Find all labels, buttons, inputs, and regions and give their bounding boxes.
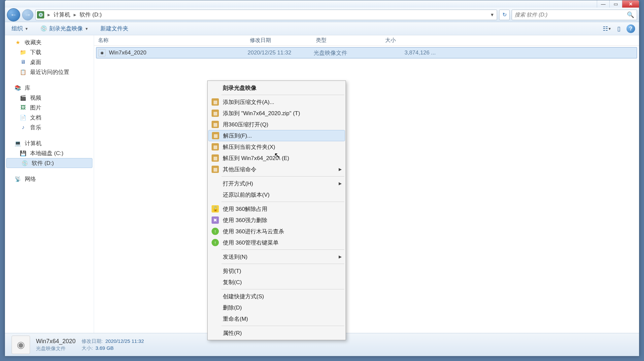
burn-button[interactable]: 💿刻录光盘映像▼ [38,23,91,34]
sidebar-item-recent[interactable]: 📋最近访问的位置 [5,67,94,77]
ctx-create-shortcut[interactable]: 创建快捷方式(S) [208,291,345,302]
minimize-button[interactable]: — [597,0,609,8]
ctx-extract-here[interactable]: ▦解压到当前文件夹(X) [208,141,345,152]
column-size[interactable]: 大小 [385,37,438,44]
folder-icon: 📁 [19,49,27,56]
archive-icon: ▦ [212,166,219,173]
drive-icon: 💿 [21,159,28,167]
computer-icon: 💻 [14,140,21,147]
library-icon: 📚 [14,84,21,91]
scan-icon: ↑ [212,228,219,235]
sidebar-item-documents[interactable]: 📄文档 [5,113,94,122]
ctx-extract-to-folder[interactable]: ▦解压到 Win7x64_2020\ (E) [208,152,345,164]
documents-icon: 📄 [19,114,27,121]
ctx-360-trojan-scan[interactable]: ↑使用 360进行木马云查杀 [208,226,345,237]
column-type[interactable]: 类型 [316,37,385,44]
chevron-right-icon: ▸ [74,12,76,18]
maximize-button[interactable]: ▭ [609,0,622,8]
menu-separator [221,264,344,264]
sidebar-favorites-header[interactable]: ★收藏夹 [5,37,94,47]
menu-separator [221,289,344,289]
menu-separator [221,202,344,202]
ctx-360-manage-menu[interactable]: ↑使用 360管理右键菜单 [208,237,345,248]
help-button[interactable]: ? [627,24,635,33]
file-name: Win7x64_2020 [109,49,248,56]
music-icon: ♪ [19,124,27,131]
navigation-bar: ← → 💿 ▸ 计算机 ▸ 软件 (D:) ▾ ↻ 🔍 [5,8,639,22]
sidebar-item-ddrive[interactable]: 💿软件 (D:) [6,158,92,168]
back-button[interactable]: ← [7,8,20,21]
pictures-icon: 🖼 [19,104,27,111]
breadcrumb-computer[interactable]: 计算机 [53,11,70,18]
ctx-restore-previous[interactable]: 还原以前的版本(V) [208,189,345,200]
sidebar-item-music[interactable]: ♪音乐 [5,122,94,132]
address-dropdown-icon[interactable]: ▾ [489,12,495,18]
ctx-rename[interactable]: 重命名(M) [208,313,345,324]
file-list-pane: 名称 修改日期 类型 大小 ◉ Win7x64_2020 2020/12/25 … [94,35,639,333]
star-icon: ★ [14,39,21,46]
ctx-open-with[interactable]: 打开方式(H)▶ [208,178,345,189]
sidebar-computer-header[interactable]: 💻计算机 [5,138,94,148]
refresh-button[interactable]: ↻ [499,10,510,20]
ctx-delete[interactable]: 删除(D) [208,302,345,313]
search-box[interactable]: 🔍 [512,10,637,20]
sidebar-libraries-header[interactable]: 📚库 [5,83,94,93]
status-size-label: 大小: [82,345,93,351]
sidebar-item-desktop[interactable]: 🖥桌面 [5,57,94,67]
file-thumbnail: ◉ [12,336,30,354]
menu-separator [221,249,344,250]
ctx-other-compress[interactable]: ▦其他压缩命令▶ [208,164,345,175]
file-row[interactable]: ◉ Win7x64_2020 2020/12/25 11:32 光盘映像文件 3… [96,47,637,58]
breadcrumb-current[interactable]: 软件 (D:) [80,11,102,18]
ctx-send-to[interactable]: 发送到(N)▶ [208,251,345,262]
context-menu: 刻录光盘映像 ▦添加到压缩文件(A)... ▦添加到 "Win7x64_2020… [207,81,346,340]
status-date-label: 修改日期: [82,338,103,345]
status-date-value: 2020/12/25 11:32 [105,338,144,345]
sidebar-item-pictures[interactable]: 🖼图片 [5,103,94,113]
ctx-copy[interactable]: 复制(C) [208,277,345,288]
ctx-extract-to[interactable]: ▦解压到(F)... [208,130,345,141]
ctx-360-force-delete[interactable]: ✖使用 360强力删除 [208,214,345,226]
archive-icon: ▦ [212,132,219,139]
status-size-value: 3.69 GB [95,345,114,351]
navigation-pane: ★收藏夹 📁下载 🖥桌面 📋最近访问的位置 📚库 🎬视频 🖼图片 📄文档 ♪音乐… [5,35,94,333]
search-icon[interactable]: 🔍 [627,11,634,18]
chevron-right-icon: ▶ [339,181,342,186]
view-options-button[interactable]: ☷ ▼ [603,24,611,33]
sidebar-item-cdrive[interactable]: 💾本地磁盘 (C:) [5,148,94,158]
ctx-360-unlock[interactable]: 🔓使用 360解除占用 [208,203,345,214]
forward-button[interactable]: → [22,9,33,20]
chevron-down-icon: ▼ [85,27,88,31]
archive-icon: ▦ [212,110,219,117]
organize-button[interactable]: 组织▼ [9,23,31,34]
menu-separator [221,326,344,326]
preview-pane-button[interactable]: ▯ [615,24,623,33]
ctx-open-with-360zip[interactable]: ▦用360压缩打开(Q) [208,119,345,130]
chevron-right-icon: ▸ [48,12,50,18]
archive-icon: ▦ [212,154,219,162]
search-input[interactable] [515,12,627,18]
archive-icon: ▦ [212,143,219,150]
sidebar-item-videos[interactable]: 🎬视频 [5,93,94,103]
ctx-add-to-zip[interactable]: ▦添加到 "Win7x64_2020.zip" (T) [208,108,345,119]
chevron-down-icon: ▼ [25,27,28,31]
ctx-properties[interactable]: 属性(R) [208,327,345,339]
column-headers: 名称 修改日期 类型 大小 [94,35,639,46]
recent-icon: 📋 [19,68,27,76]
toolbar: 组织▼ 💿刻录光盘映像▼ 新建文件夹 ☷ ▼ ▯ ? [5,22,639,35]
address-bar[interactable]: 💿 ▸ 计算机 ▸ 软件 (D:) ▾ [35,10,497,20]
unlock-icon: 🔓 [212,205,219,213]
ctx-burn-image[interactable]: 刻录光盘映像 [208,82,345,93]
disc-icon: 💿 [40,25,47,32]
column-date[interactable]: 修改日期 [250,37,316,44]
sidebar-network-header[interactable]: 📡网络 [5,174,94,184]
close-button[interactable]: ✕ [622,0,639,8]
ctx-add-to-archive[interactable]: ▦添加到压缩文件(A)... [208,96,345,108]
ctx-cut[interactable]: 剪切(T) [208,265,345,277]
sidebar-item-downloads[interactable]: 📁下载 [5,47,94,57]
new-folder-button[interactable]: 新建文件夹 [98,23,131,34]
drive-icon: 💾 [19,149,27,157]
file-date: 2020/12/25 11:32 [248,49,314,56]
column-name[interactable]: 名称 [98,37,250,44]
menu-icon: ↑ [212,239,219,246]
